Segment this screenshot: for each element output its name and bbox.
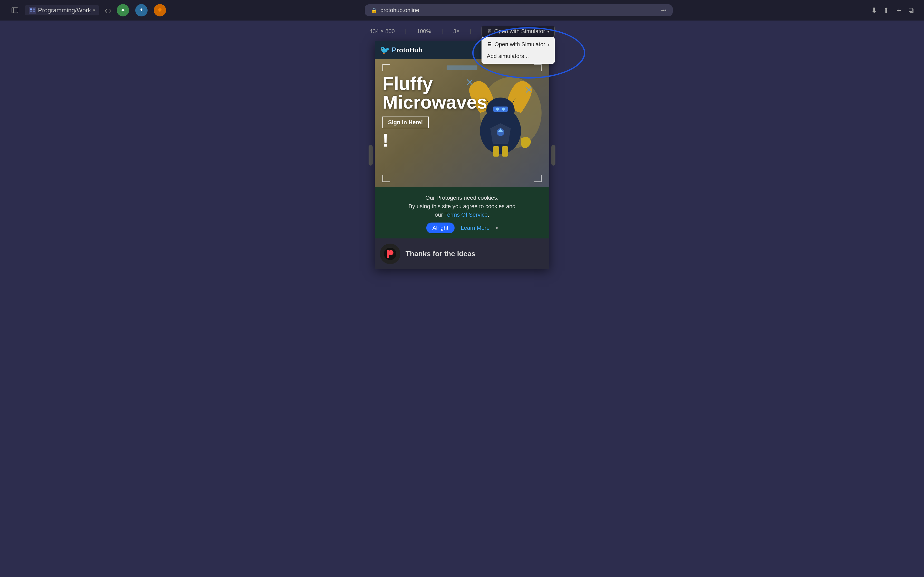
learn-more-button[interactable]: Learn More bbox=[461, 225, 490, 231]
workspace-chevron: ▾ bbox=[93, 8, 95, 13]
toolbar-right: ⬇ ⬆ ＋ ⧉ bbox=[871, 5, 914, 15]
svg-point-9 bbox=[141, 8, 142, 10]
cookie-dot bbox=[496, 227, 498, 229]
alright-button[interactable]: Alright bbox=[426, 222, 454, 233]
hero-title: Fluffy Microwaves bbox=[382, 74, 487, 111]
chevron-down-icon: ▾ bbox=[547, 42, 549, 47]
cookie-buttons: Alright Learn More bbox=[380, 222, 544, 233]
nav-arrows: ‹ › bbox=[105, 5, 112, 16]
extension-icon-blue[interactable] bbox=[135, 4, 148, 16]
open-simulator-label: Open with Simulator bbox=[494, 41, 545, 48]
url-text: protohub.online bbox=[380, 7, 419, 14]
svg-point-16 bbox=[502, 108, 505, 111]
divider-1: | bbox=[405, 28, 407, 35]
svg-rect-5 bbox=[32, 11, 35, 12]
main-content: 434 × 800 | 100% | 3× | 🖥 Open with Simu… bbox=[0, 21, 924, 577]
dimensions-display: 434 × 800 bbox=[369, 28, 394, 35]
patreon-thanks-text: Thanks for the Ideas bbox=[406, 250, 475, 258]
sidebar-toggle-icon[interactable] bbox=[10, 6, 19, 15]
exclamation-text: ! bbox=[382, 130, 389, 150]
url-bar[interactable]: 🔒 protohub.online ••• bbox=[365, 4, 673, 16]
svg-rect-18 bbox=[493, 146, 499, 156]
monitor-icon-sm: 🖥 bbox=[487, 41, 492, 48]
url-more-icon: ••• bbox=[661, 8, 666, 13]
logo-text: ProtoHub bbox=[392, 46, 422, 54]
alright-label: Alright bbox=[433, 225, 448, 231]
cookie-line2-text: By using this site you agree to cookies … bbox=[408, 203, 515, 210]
nav-forward-btn[interactable]: › bbox=[109, 5, 112, 16]
cookie-line3: our Terms Of Service. bbox=[380, 211, 544, 219]
tabs-icon[interactable]: ⧉ bbox=[909, 6, 914, 15]
cookie-period: . bbox=[488, 211, 489, 218]
add-simulators-label: Add simulators... bbox=[487, 53, 529, 60]
hero-section: Fluffy Microwaves Sign In Here! ! bbox=[375, 59, 549, 187]
simulator-dropdown: 🖥 Open with Simulator ▾ Add simulators..… bbox=[481, 37, 554, 64]
svg-point-26 bbox=[388, 250, 393, 255]
simulator-btn-wrapper: 🖥 Open with Simulator ▾ 🖥 Open with Simu… bbox=[481, 26, 554, 37]
signin-label: Sign In Here! bbox=[388, 119, 423, 126]
divider-3: | bbox=[470, 28, 472, 35]
mobile-frame-wrapper: 🐦 ProtoHub Fluffy bbox=[375, 41, 549, 269]
workspace-tab[interactable]: Programming/Work ▾ bbox=[25, 5, 99, 15]
svg-rect-4 bbox=[30, 11, 32, 12]
cookie-line2: By using this site you agree to cookies … bbox=[380, 202, 544, 211]
new-tab-icon[interactable]: ＋ bbox=[895, 5, 902, 15]
share-icon[interactable]: ⬆ bbox=[883, 6, 889, 15]
extension-icons bbox=[117, 4, 166, 16]
cookie-banner: Our Protogens need cookies. By using thi… bbox=[375, 187, 549, 239]
app-logo: 🐦 ProtoHub bbox=[380, 45, 422, 55]
browser-chrome: Programming/Work ▾ ‹ › bbox=[0, 0, 924, 21]
svg-rect-2 bbox=[30, 8, 32, 10]
extension-icon-orange[interactable] bbox=[154, 4, 166, 16]
zoom-percent: 100% bbox=[417, 28, 431, 35]
patreon-section: Thanks for the Ideas bbox=[375, 239, 549, 269]
open-simulator-btn[interactable]: 🖥 Open with Simulator ▾ bbox=[481, 26, 554, 37]
monitor-icon: 🖥 bbox=[487, 29, 492, 34]
cookie-our-text: our bbox=[435, 211, 444, 218]
cookie-text: Our Protogens need cookies. By using thi… bbox=[380, 193, 544, 219]
download-icon[interactable]: ⬇ bbox=[871, 6, 877, 15]
logo-bird-icon: 🐦 bbox=[380, 45, 390, 55]
simulator-open-item[interactable]: 🖥 Open with Simulator ▾ bbox=[481, 39, 554, 50]
svg-point-15 bbox=[496, 108, 499, 111]
patreon-icon bbox=[384, 247, 396, 260]
nav-back-btn[interactable]: ‹ bbox=[105, 5, 108, 16]
svg-rect-0 bbox=[12, 8, 18, 13]
signin-button[interactable]: Sign In Here! bbox=[382, 116, 429, 128]
lock-icon: 🔒 bbox=[371, 7, 377, 13]
extension-icon-green[interactable] bbox=[117, 4, 129, 16]
hero-text-container: Fluffy Microwaves Sign In Here! bbox=[382, 74, 487, 128]
hero-title-line1: Fluffy bbox=[382, 74, 487, 93]
url-bar-container: 🔒 protohub.online ••• bbox=[365, 4, 673, 16]
resize-handle-right[interactable] bbox=[551, 145, 555, 166]
svg-rect-3 bbox=[32, 8, 35, 10]
thanks-label: Thanks for the Ideas bbox=[406, 250, 475, 258]
svg-rect-19 bbox=[502, 146, 508, 156]
hero-exclamation: ! bbox=[382, 130, 389, 151]
zoom-level: 3× bbox=[453, 28, 460, 35]
corner-bracket-br bbox=[534, 175, 542, 182]
learn-more-label: Learn More bbox=[461, 225, 490, 231]
mobile-frame: 🐦 ProtoHub Fluffy bbox=[375, 41, 549, 269]
responsive-bar: 434 × 800 | 100% | 3× | 🖥 Open with Simu… bbox=[369, 26, 554, 37]
workspace-icon bbox=[29, 6, 36, 14]
patreon-logo bbox=[380, 243, 401, 264]
svg-rect-25 bbox=[387, 250, 389, 258]
cookie-line1: Our Protogens need cookies. bbox=[380, 193, 544, 202]
simulator-chevron-icon: ▾ bbox=[547, 29, 549, 34]
corner-bracket-tl bbox=[382, 64, 390, 71]
add-simulators-item[interactable]: Add simulators... bbox=[481, 50, 554, 62]
workspace-label: Programming/Work bbox=[38, 6, 91, 14]
svg-rect-14 bbox=[493, 106, 508, 112]
hero-title-line2: Microwaves bbox=[382, 93, 487, 111]
terms-link-text: Terms Of Service bbox=[444, 211, 488, 218]
terms-link[interactable]: Terms Of Service bbox=[444, 211, 488, 218]
corner-bracket-bl bbox=[382, 175, 390, 182]
svg-point-7 bbox=[122, 9, 124, 11]
divider-2: | bbox=[441, 28, 443, 35]
resize-handle-left[interactable] bbox=[369, 145, 373, 166]
simulator-btn-label: Open with Simulator bbox=[494, 28, 545, 35]
